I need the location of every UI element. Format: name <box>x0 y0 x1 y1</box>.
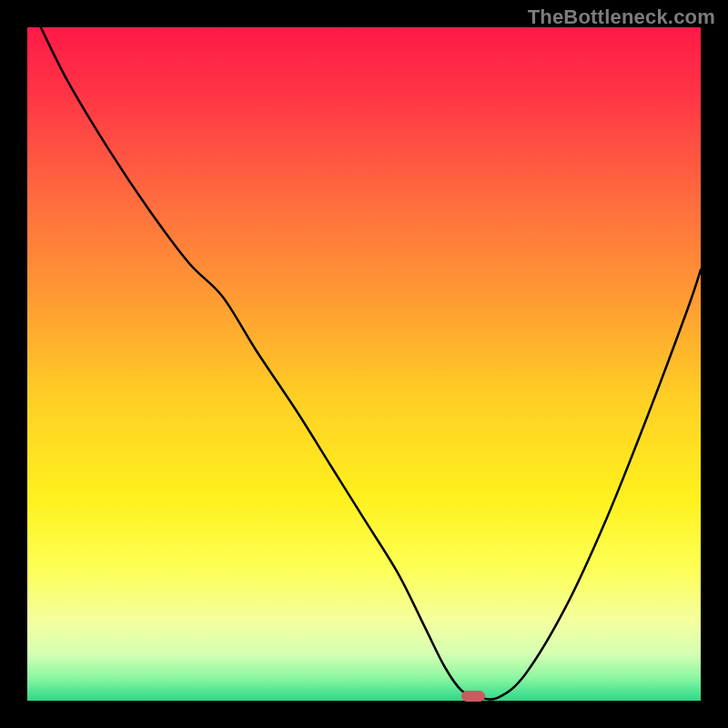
chart-frame: TheBottleneck.com <box>0 0 728 728</box>
watermark-text: TheBottleneck.com <box>528 5 715 29</box>
selected-point-marker <box>461 691 485 702</box>
bottleneck-chart <box>27 27 701 701</box>
chart-background <box>27 27 701 701</box>
